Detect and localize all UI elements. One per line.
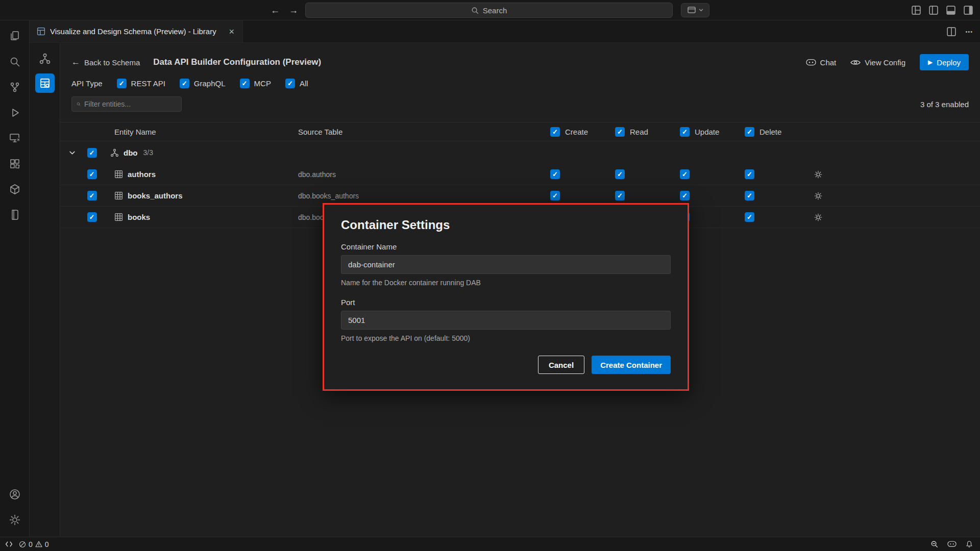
delete-all-checkbox[interactable]: [745, 127, 754, 137]
notifications-bell-icon[interactable]: [966, 540, 973, 548]
sidebar-item-schema-book[interactable]: [0, 202, 30, 228]
remote-indicator-icon[interactable]: [5, 541, 13, 547]
row-settings-gear-icon[interactable]: [814, 170, 823, 179]
activity-bar: [0, 20, 30, 537]
customize-layout-icon[interactable]: [912, 6, 921, 15]
tab-close-icon[interactable]: ×: [227, 26, 236, 37]
explorer-icon: [9, 30, 21, 42]
more-actions-icon[interactable]: •••: [965, 29, 973, 35]
sidebar-item-search[interactable]: [0, 49, 30, 74]
toggle-primary-sidebar-icon[interactable]: [929, 6, 938, 15]
chevron-down-icon[interactable]: [69, 151, 76, 155]
update-all-checkbox[interactable]: [680, 127, 690, 137]
api-type-option-rest[interactable]: REST API: [117, 79, 165, 88]
delete-checkbox[interactable]: [745, 191, 754, 201]
mcp-label: MCP: [254, 79, 271, 88]
deploy-label: Deploy: [937, 58, 961, 67]
graphql-label: GraphQL: [194, 79, 226, 88]
sidebar-item-database-projects[interactable]: [0, 177, 30, 202]
sidebar-item-accounts[interactable]: [0, 482, 30, 507]
port-input[interactable]: [341, 311, 671, 330]
nav-forward-icon[interactable]: →: [289, 5, 298, 16]
error-count: 0: [29, 540, 33, 548]
view-config-button[interactable]: View Config: [850, 58, 905, 67]
eye-icon: [850, 59, 861, 66]
graphql-checkbox[interactable]: [180, 79, 189, 88]
read-checkbox[interactable]: [615, 191, 625, 201]
filter-entities-box: [71, 96, 182, 112]
command-center-search[interactable]: Search: [305, 3, 673, 18]
title-bar: ← → Search: [0, 0, 980, 20]
deploy-button[interactable]: ▶ Deploy: [920, 54, 969, 70]
update-checkbox[interactable]: [680, 191, 690, 201]
tab-visualize-schema[interactable]: Visualize and Design Schema (Preview) - …: [30, 20, 243, 42]
search-label: Search: [483, 6, 507, 15]
split-editor-icon[interactable]: [947, 27, 956, 36]
all-label: All: [300, 79, 308, 88]
schema-diagram-view-button[interactable]: [35, 49, 55, 68]
api-type-option-mcp[interactable]: MCP: [240, 79, 271, 88]
create-all-checkbox[interactable]: [550, 127, 560, 137]
read-all-checkbox[interactable]: [615, 127, 625, 137]
row-checkbox[interactable]: [87, 212, 97, 222]
api-type-option-all[interactable]: All: [285, 79, 308, 88]
layout-control[interactable]: [681, 3, 709, 17]
sidebar-item-remote-explorer[interactable]: [0, 126, 30, 151]
mcp-checkbox[interactable]: [240, 79, 250, 88]
play-icon: ▶: [928, 59, 933, 66]
zoom-icon[interactable]: [930, 540, 938, 548]
schema-group-count: 3/3: [143, 148, 153, 157]
toggle-panel-icon[interactable]: [946, 6, 955, 15]
table-row[interactable]: authors dbo.authors: [60, 164, 980, 185]
create-container-button[interactable]: Create Container: [592, 356, 671, 374]
sidebar-item-explorer[interactable]: [0, 23, 30, 49]
cancel-button[interactable]: Cancel: [538, 356, 584, 374]
chevron-down-icon: [699, 9, 703, 12]
back-to-schema-link[interactable]: ← Back to Schema: [71, 57, 140, 67]
filter-entities-input[interactable]: [84, 100, 177, 108]
copilot-status-icon[interactable]: [947, 541, 957, 547]
extensions-icon: [9, 158, 21, 170]
sidebar-item-settings[interactable]: [0, 507, 30, 533]
all-checkbox[interactable]: [285, 79, 295, 88]
dab-config-view-button[interactable]: [35, 73, 55, 93]
create-checkbox[interactable]: [550, 169, 560, 179]
rest-api-checkbox[interactable]: [117, 79, 127, 88]
table-grid-icon: [114, 213, 123, 221]
schema-group-checkbox[interactable]: [87, 148, 97, 158]
entity-name: authors: [128, 170, 156, 179]
delete-checkbox[interactable]: [745, 169, 754, 179]
read-checkbox[interactable]: [615, 169, 625, 179]
create-checkbox[interactable]: [550, 191, 560, 201]
cube-icon: [9, 183, 21, 195]
nav-back-icon[interactable]: ←: [271, 5, 280, 16]
sidebar-item-extensions[interactable]: [0, 151, 30, 177]
delete-checkbox[interactable]: [745, 212, 754, 222]
row-checkbox[interactable]: [87, 169, 97, 179]
back-arrow-icon: ←: [71, 57, 80, 67]
warning-icon: [35, 541, 42, 547]
api-type-option-graphql[interactable]: GraphQL: [180, 79, 226, 88]
row-settings-gear-icon[interactable]: [814, 213, 823, 222]
entity-name-header: Entity Name: [103, 128, 295, 136]
error-icon: [19, 541, 26, 548]
problems-indicator[interactable]: 0 0: [19, 540, 49, 548]
container-name-input[interactable]: [341, 255, 671, 274]
toggle-secondary-sidebar-icon[interactable]: [964, 6, 973, 15]
row-settings-gear-icon[interactable]: [814, 191, 823, 201]
schema-group-row[interactable]: dbo 3/3: [60, 141, 980, 164]
port-label: Port: [341, 298, 671, 307]
schema-group-name: dbo: [124, 148, 138, 157]
row-checkbox[interactable]: [87, 191, 97, 201]
sidebar-item-source-control[interactable]: [0, 74, 30, 100]
search-icon: [9, 56, 21, 68]
chat-button[interactable]: Chat: [806, 58, 837, 67]
sidebar-item-run-debug[interactable]: [0, 100, 30, 126]
tab-label: Visualize and Design Schema (Preview) - …: [50, 27, 222, 36]
enabled-status: 3 of 3 enabled: [920, 100, 969, 109]
back-label: Back to Schema: [84, 58, 140, 67]
update-checkbox[interactable]: [680, 169, 690, 179]
api-type-label: API Type: [71, 79, 103, 88]
table-grid-icon: [114, 191, 123, 200]
entity-name: books: [128, 213, 150, 221]
